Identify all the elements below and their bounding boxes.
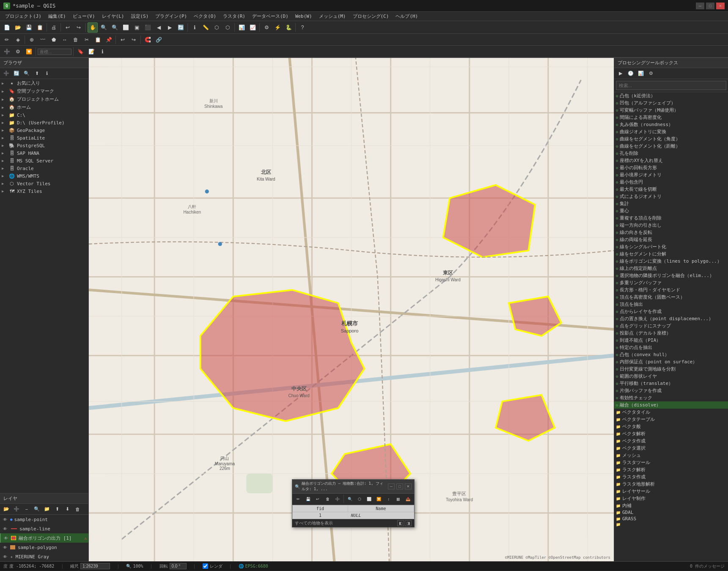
proc-tool-8[interactable]: ⚙孔を削除 [614, 150, 728, 157]
attr-table-maximize-button[interactable]: □ [396, 483, 403, 489]
proc-tool-57[interactable]: 📁内補 [614, 502, 728, 509]
save-project-button[interactable]: 💾 [24, 22, 34, 33]
proc-tool-45[interactable]: 📁ベクタテーブル [614, 416, 728, 423]
browser-collapse-button[interactable]: ⬆ [32, 69, 41, 78]
proc-tool-9[interactable]: ⚙座標のXYを入れ替え [614, 157, 728, 164]
add-line-button[interactable]: 〰 [38, 35, 48, 45]
proc-tool-33[interactable]: ⚙投影点（デカルト座標） [614, 329, 728, 337]
menu-database[interactable]: データベース(D) [249, 12, 292, 20]
render-checkbox[interactable] [203, 563, 208, 569]
attr-save-button[interactable]: 💾 [304, 494, 313, 504]
proc-tool-38[interactable]: ⚙日付変更線で測地線を分割 [614, 365, 728, 373]
zoom-selection-button[interactable]: ▣ [132, 22, 142, 33]
undo-edit-button[interactable]: ↩ [118, 35, 128, 45]
proc-tool-40[interactable]: ⚙平行移動（translate） [614, 380, 728, 387]
layer-visibility-sample-point[interactable]: 👁 [2, 516, 8, 522]
proc-tool-26[interactable]: ⚙多重リングバッファ [614, 279, 728, 286]
layer-item-sample-line[interactable]: 👁 sample-line [0, 524, 88, 533]
rotation-input[interactable] [170, 563, 187, 569]
attr-move-button[interactable]: ↕ [384, 494, 393, 504]
menu-edit[interactable]: 編集(E) [45, 12, 69, 20]
attr-table-close-button[interactable]: ✕ [405, 483, 412, 489]
maximize-button[interactable]: □ [706, 3, 714, 9]
proc-tool-5[interactable]: ⚙曲線ジオメトリに変換 [614, 128, 728, 135]
proc-tool-19[interactable]: ⚙線の向きを反転 [614, 229, 728, 236]
menu-project[interactable]: プロジェクト(J) [2, 12, 45, 20]
filter-button[interactable]: 🔽 [24, 47, 34, 57]
move-feature-button[interactable]: ↔ [60, 35, 70, 45]
layers-group-button[interactable]: 📁 [42, 505, 52, 514]
browser-refresh-button[interactable]: 🔄 [12, 69, 21, 78]
redo-edit-button[interactable]: ↪ [129, 35, 139, 45]
layer-visibility-sample-line[interactable]: 👁 [2, 526, 8, 532]
proc-tool-25[interactable]: ⚙選択地物の隣接ポリゴンを融合（elim...） [614, 272, 728, 279]
proc-tool-27[interactable]: ⚙長方形・楕円・ダイヤモンド [614, 286, 728, 294]
proc-tool-13[interactable]: ⚙最大長で線を切断 [614, 186, 728, 193]
browser-filter-button[interactable]: 🔍 [22, 69, 31, 78]
layers-filter-button[interactable]: 🔍 [32, 505, 41, 514]
proc-tool-6[interactable]: ⚙曲線をセグメント化（角度） [614, 135, 728, 143]
proc-tool-29[interactable]: ⚙頂点を抽出 [614, 301, 728, 308]
proc-tool-37[interactable]: ⚙内部保証点（point on surface） [614, 358, 728, 365]
statistics-button[interactable]: 📈 [247, 22, 258, 33]
proc-tool-42[interactable]: ⚙有効性チェック [614, 394, 728, 401]
proc-tool-52[interactable]: 📁ラスク解析 [614, 466, 728, 473]
proc-tool-23[interactable]: ⚙線をポリゴンに変換（lines to polygo...） [614, 258, 728, 265]
browser-item-favorites[interactable]: ▶ ★ お気に入り [0, 79, 88, 87]
proc-tool-32[interactable]: ⚙点をグリッドにスナップ [614, 322, 728, 329]
proc-tool-14[interactable]: ⚙式によるジオメトリ [614, 193, 728, 200]
close-button[interactable]: ✕ [716, 3, 725, 9]
python-button[interactable]: 🐍 [283, 22, 294, 33]
proc-tool-18[interactable]: ⚙端一方向の引き出し [614, 222, 728, 229]
proc-tool-46[interactable]: 📁ベクタ般 [614, 423, 728, 430]
annotation-button[interactable]: 📝 [86, 47, 96, 57]
proc-tool-3[interactable]: ⚙間隔による高密度化 [614, 114, 728, 121]
save-as-button[interactable]: 📋 [35, 22, 45, 33]
layers-open-button[interactable]: 📂 [2, 505, 11, 514]
menu-raster[interactable]: ラスタ(R) [220, 12, 249, 20]
browser-item-wms[interactable]: ▶ 🌐 WMS/WMTS [0, 172, 88, 180]
attr-filter-button[interactable]: 🔽 [374, 494, 383, 504]
proc-tool-50[interactable]: 📁メッシュ [614, 452, 728, 459]
proc-tool-39[interactable]: ⚙範囲の形状レイヤ [614, 373, 728, 380]
proc-tool-12[interactable]: ⚙最小包含円 [614, 178, 728, 186]
attr-table-button[interactable]: 📊 [236, 22, 247, 33]
menu-vector[interactable]: ベクタ(O) [190, 12, 220, 20]
attr-show-all-label[interactable]: すべての地物を表示 [295, 520, 333, 526]
proc-tool-44[interactable]: 📁ベクタタイル [614, 409, 728, 416]
menu-mesh[interactable]: メッシュ(M) [316, 12, 349, 20]
proc-history-button[interactable]: 🕐 [626, 69, 635, 78]
proc-tool-59[interactable]: 📁GRASS [614, 516, 728, 522]
redo-button[interactable]: ↪ [74, 22, 84, 33]
proc-tool-56[interactable]: 📁レイヤ制作 [614, 495, 728, 502]
proc-settings-button[interactable]: ⚙ [646, 69, 656, 78]
proc-tool-48[interactable]: 📁ベクタ作成 [614, 437, 728, 445]
attr-pencil-button[interactable]: ✏ [294, 494, 303, 504]
zoom-next-button[interactable]: ▶ [165, 22, 175, 33]
browser-item-geopackage[interactable]: ▶ 📦 GeoPackage [0, 126, 88, 134]
layers-add-button[interactable]: ➕ [12, 505, 21, 514]
topology-button[interactable]: 🔗 [154, 35, 164, 45]
attr-table-minimize-button[interactable]: ─ [388, 483, 395, 489]
proc-tool-22[interactable]: ⚙線をセグメントに分解 [614, 250, 728, 258]
menu-plugins[interactable]: プラグイン(P) [152, 12, 190, 20]
layer-item-dissolve-polygon[interactable]: 👁 融合ポリゴンの出力 [1] ⚠ [0, 533, 88, 543]
menu-web[interactable]: Web(W) [292, 13, 316, 20]
add-poly-button[interactable]: ⬟ [49, 35, 59, 45]
menu-processing[interactable]: プロセシング(C) [349, 12, 393, 20]
pan-button[interactable]: ✋ [88, 22, 98, 33]
attr-select-button[interactable]: ⬡ [355, 494, 364, 504]
new-project-button[interactable]: 📄 [2, 22, 12, 33]
copy-feature-button[interactable]: 📋 [93, 35, 103, 45]
add-point-button[interactable]: ⊕ [27, 35, 37, 45]
snap-button[interactable]: 🧲 [143, 35, 153, 45]
attr-zoom-button[interactable]: 🔍 [346, 494, 354, 504]
proc-tool-41[interactable]: ⚙片側バッファを作成 [614, 387, 728, 394]
browser-item-home[interactable]: ▶ 🏠 ホーム [0, 103, 88, 111]
identify-button[interactable]: ℹ [190, 22, 200, 33]
proc-tool-1[interactable]: ⚙凹包（アルファシェイプ） [614, 99, 728, 107]
layer-item-sample-polygon[interactable]: 👁 sample-polygon [0, 543, 88, 552]
epsg-value[interactable]: EPSG:6680 [245, 564, 268, 568]
browser-info-button[interactable]: ℹ [42, 69, 52, 78]
attr-footer-btn2[interactable]: ◨ [405, 520, 412, 526]
